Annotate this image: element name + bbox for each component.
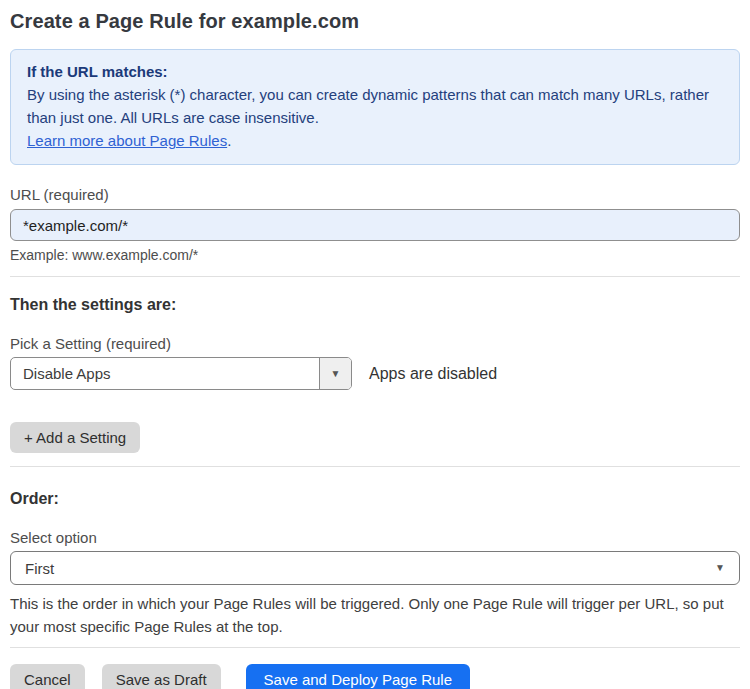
save-draft-button[interactable]: Save as Draft	[102, 664, 221, 689]
order-select-label: Select option	[10, 529, 740, 546]
info-box-heading: If the URL matches:	[27, 60, 723, 83]
setting-select[interactable]: Disable Apps ▼	[10, 357, 352, 390]
url-label: URL (required)	[10, 186, 740, 203]
url-input[interactable]	[10, 209, 740, 241]
section-divider	[10, 276, 740, 277]
order-heading: Order:	[10, 490, 740, 508]
order-select-value: First	[25, 560, 54, 577]
add-setting-button[interactable]: + Add a Setting	[10, 422, 140, 453]
url-match-info-box: If the URL matches: By using the asteris…	[10, 49, 740, 165]
action-button-row: Cancel Save as Draft Save and Deploy Pag…	[10, 664, 740, 689]
url-helper-text: Example: www.example.com/*	[10, 247, 740, 263]
order-helper-text: This is the order in which your Page Rul…	[10, 592, 740, 638]
setting-picker-label: Pick a Setting (required)	[10, 335, 740, 352]
section-divider	[10, 466, 740, 467]
caret-down-icon: ▼	[331, 369, 341, 379]
settings-heading: Then the settings are:	[10, 296, 740, 314]
order-select[interactable]: First ▼	[10, 551, 740, 585]
caret-down-icon: ▼	[715, 563, 725, 573]
footer-divider	[10, 647, 740, 648]
setting-select-value: Disable Apps	[11, 358, 319, 389]
page-title: Create a Page Rule for example.com	[10, 10, 740, 33]
learn-more-link[interactable]: Learn more about Page Rules	[27, 132, 227, 149]
page-rule-form: Create a Page Rule for example.com If th…	[0, 0, 750, 689]
save-deploy-button[interactable]: Save and Deploy Page Rule	[246, 664, 470, 689]
setting-select-arrow-button[interactable]: ▼	[319, 358, 351, 389]
link-suffix: .	[227, 132, 231, 149]
setting-row: Disable Apps ▼ Apps are disabled	[10, 357, 740, 390]
setting-status-text: Apps are disabled	[369, 365, 497, 383]
cancel-button[interactable]: Cancel	[10, 664, 85, 689]
info-box-body-text: By using the asterisk (*) character, you…	[27, 86, 709, 126]
info-box-body: By using the asterisk (*) character, you…	[27, 83, 723, 152]
